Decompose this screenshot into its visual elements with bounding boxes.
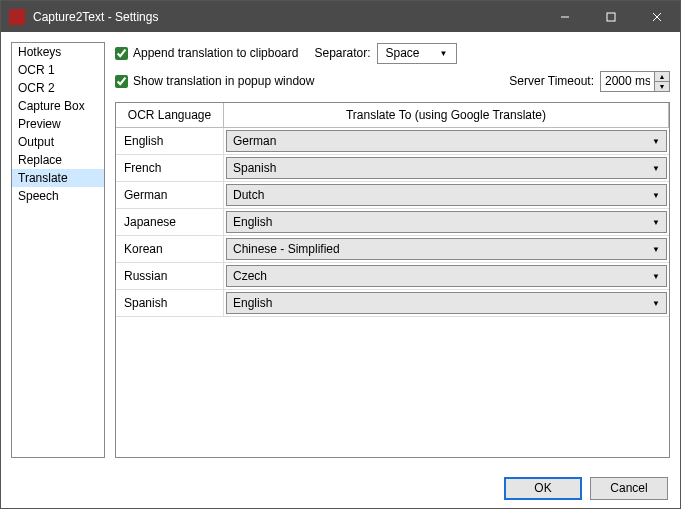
translate-to-value: Czech [233, 269, 267, 283]
table-row: GermanDutch▼ [116, 182, 669, 209]
sidebar-item-ocr-1[interactable]: OCR 1 [12, 61, 104, 79]
sidebar-item-hotkeys[interactable]: Hotkeys [12, 43, 104, 61]
popup-window-input[interactable] [115, 75, 128, 88]
ocr-language-cell: Russian [116, 263, 224, 289]
spinner-down-button[interactable]: ▼ [655, 82, 669, 91]
table-row: FrenchSpanish▼ [116, 155, 669, 182]
sidebar-item-translate[interactable]: Translate [12, 169, 104, 187]
translate-panel: Append translation to clipboard Separato… [115, 42, 670, 458]
table-row: JapaneseEnglish▼ [116, 209, 669, 236]
column-header-translate-to: Translate To (using Google Translate) [224, 103, 669, 127]
dialog-footer: OK Cancel [1, 468, 680, 508]
translate-to-cell: Spanish▼ [224, 155, 669, 181]
table-row: SpanishEnglish▼ [116, 290, 669, 317]
sidebar-item-replace[interactable]: Replace [12, 151, 104, 169]
close-button[interactable] [634, 1, 680, 32]
column-header-ocr-language: OCR Language [116, 103, 224, 127]
translate-table: OCR Language Translate To (using Google … [115, 102, 670, 458]
window-controls [542, 1, 680, 32]
ocr-language-cell: Korean [116, 236, 224, 262]
maximize-button[interactable] [588, 1, 634, 32]
sidebar-item-output[interactable]: Output [12, 133, 104, 151]
translate-to-combo[interactable]: Spanish▼ [226, 157, 667, 179]
translate-to-value: German [233, 134, 276, 148]
translate-to-cell: English▼ [224, 209, 669, 235]
translate-to-cell: English▼ [224, 290, 669, 316]
window-titlebar: Capture2Text - Settings [1, 1, 680, 32]
append-clipboard-label: Append translation to clipboard [133, 46, 298, 60]
translate-to-combo[interactable]: Czech▼ [226, 265, 667, 287]
translate-to-combo[interactable]: German▼ [226, 130, 667, 152]
translate-to-value: Dutch [233, 188, 264, 202]
server-timeout-spinner[interactable]: ▲ ▼ [600, 71, 670, 92]
translate-to-combo[interactable]: English▼ [226, 211, 667, 233]
chevron-down-icon: ▼ [652, 191, 660, 200]
translate-to-value: English [233, 296, 272, 310]
ocr-language-cell: French [116, 155, 224, 181]
table-row: RussianCzech▼ [116, 263, 669, 290]
translate-to-cell: Dutch▼ [224, 182, 669, 208]
translate-to-combo[interactable]: Chinese - Simplified▼ [226, 238, 667, 260]
ocr-language-cell: Spanish [116, 290, 224, 316]
popup-window-label: Show translation in popup window [133, 74, 314, 88]
chevron-down-icon: ▼ [652, 299, 660, 308]
ocr-language-cell: English [116, 128, 224, 154]
settings-sidebar[interactable]: HotkeysOCR 1OCR 2Capture BoxPreviewOutpu… [11, 42, 105, 458]
server-timeout-input[interactable] [600, 71, 654, 92]
chevron-down-icon: ▼ [440, 49, 448, 58]
ok-button[interactable]: OK [504, 477, 582, 500]
window-title: Capture2Text - Settings [33, 10, 542, 24]
translate-to-cell: Chinese - Simplified▼ [224, 236, 669, 262]
translate-to-combo[interactable]: English▼ [226, 292, 667, 314]
chevron-down-icon: ▼ [652, 218, 660, 227]
popup-window-checkbox[interactable]: Show translation in popup window [115, 74, 314, 88]
table-row: KoreanChinese - Simplified▼ [116, 236, 669, 263]
chevron-down-icon: ▼ [652, 272, 660, 281]
append-clipboard-input[interactable] [115, 47, 128, 60]
separator-combo[interactable]: Space ▼ [377, 43, 457, 64]
translate-to-value: Spanish [233, 161, 276, 175]
separator-label: Separator: [314, 46, 370, 60]
ocr-language-cell: Japanese [116, 209, 224, 235]
sidebar-item-speech[interactable]: Speech [12, 187, 104, 205]
translate-to-cell: Czech▼ [224, 263, 669, 289]
sidebar-item-preview[interactable]: Preview [12, 115, 104, 133]
ocr-language-cell: German [116, 182, 224, 208]
translate-to-value: Chinese - Simplified [233, 242, 340, 256]
separator-value: Space [386, 46, 420, 60]
spinner-up-button[interactable]: ▲ [655, 72, 669, 82]
chevron-down-icon: ▼ [652, 245, 660, 254]
sidebar-item-ocr-2[interactable]: OCR 2 [12, 79, 104, 97]
table-row: EnglishGerman▼ [116, 128, 669, 155]
chevron-down-icon: ▼ [652, 137, 660, 146]
translate-to-value: English [233, 215, 272, 229]
cancel-button[interactable]: Cancel [590, 477, 668, 500]
svg-rect-1 [607, 13, 615, 21]
minimize-button[interactable] [542, 1, 588, 32]
sidebar-item-capture-box[interactable]: Capture Box [12, 97, 104, 115]
app-icon [9, 9, 25, 25]
translate-to-combo[interactable]: Dutch▼ [226, 184, 667, 206]
append-clipboard-checkbox[interactable]: Append translation to clipboard [115, 46, 298, 60]
translate-to-cell: German▼ [224, 128, 669, 154]
server-timeout-label: Server Timeout: [509, 74, 594, 88]
chevron-down-icon: ▼ [652, 164, 660, 173]
